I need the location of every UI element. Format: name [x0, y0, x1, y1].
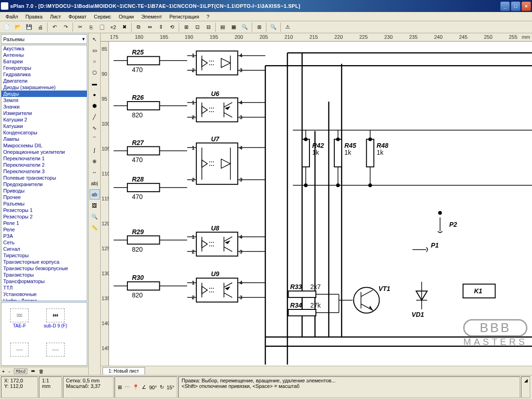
category-item[interactable]: Транзисторные корпуса	[1, 259, 87, 265]
pointer-icon[interactable]: ↖	[90, 34, 100, 44]
category-item[interactable]: Операционные усилители	[1, 149, 87, 155]
grid-icon[interactable]: ⊞	[254, 22, 264, 32]
paste-icon[interactable]: 📋	[97, 22, 107, 32]
category-item[interactable]: Конденсаторы	[1, 129, 87, 136]
layer-icon[interactable]: ▤	[218, 22, 228, 32]
zoom-icon[interactable]: 🔍	[268, 22, 278, 32]
align-icon[interactable]: ⊞	[181, 22, 191, 32]
category-item[interactable]: Переключатели 3	[1, 168, 87, 175]
category-item[interactable]: Лампы	[1, 136, 87, 142]
poly-icon[interactable]: ⬡	[90, 67, 100, 78]
mirror-h-icon[interactable]: ⇔	[145, 22, 155, 32]
category-item[interactable]: Реле 1	[1, 220, 87, 226]
category-item[interactable]: РЗА	[1, 233, 87, 239]
menu-sheet[interactable]: Лист	[46, 13, 65, 20]
zoom-tool-icon[interactable]: 🔍	[90, 212, 100, 222]
rect-icon[interactable]: ▭	[90, 45, 100, 55]
category-item[interactable]: Прочее	[1, 194, 87, 200]
rotate-icon[interactable]: ⟲	[167, 22, 177, 32]
group-icon[interactable]: ⊡	[192, 22, 202, 32]
category-list[interactable]: АкустикаАнтенныБатареиГенераторыГидравли…	[1, 45, 87, 301]
fillpoly-icon[interactable]: ⬢	[90, 101, 100, 111]
category-item[interactable]: Катушки	[1, 123, 87, 129]
menu-register[interactable]: Регистрация	[166, 13, 203, 20]
fillcircle-icon[interactable]: ●	[90, 90, 100, 100]
category-item[interactable]: Микросхемы DIL	[1, 142, 87, 149]
category-item[interactable]: Антенны	[1, 52, 87, 58]
find-icon[interactable]: 🔍	[240, 22, 250, 32]
minus-icon[interactable]: -	[8, 369, 10, 374]
ungroup-icon[interactable]: ⊟	[203, 22, 213, 32]
circle-icon[interactable]: ○	[90, 56, 100, 66]
line-icon[interactable]: ╱	[90, 112, 100, 122]
image-icon[interactable]: 🖼	[90, 200, 100, 211]
menu-service[interactable]: Сервис	[90, 13, 115, 20]
arc-icon[interactable]: ⌒	[90, 134, 100, 144]
pin-icon[interactable]: 📍	[133, 384, 139, 390]
help-icon[interactable]: ⚠	[283, 22, 293, 32]
category-item[interactable]: Предохранители	[1, 181, 87, 187]
category-item[interactable]: Гидравлика	[1, 71, 87, 78]
redo-icon[interactable]: ↷	[60, 22, 71, 32]
category-item[interactable]: Реле	[1, 226, 87, 233]
menu-edit[interactable]: Правка	[22, 13, 46, 20]
category-item[interactable]: Установочные	[1, 291, 87, 297]
minimize-button[interactable]: _	[500, 1, 510, 11]
category-item[interactable]: Тиристоры	[1, 252, 87, 259]
print-icon[interactable]: 🖨	[35, 22, 45, 32]
category-item[interactable]: Цифр.: Логика	[1, 297, 87, 301]
measure-icon[interactable]: 📏	[90, 223, 100, 233]
preview-item[interactable]: ○○○	[3, 336, 36, 363]
snap-icon[interactable]: ⋯	[125, 384, 130, 390]
category-item[interactable]: Переключатели 2	[1, 162, 87, 168]
category-item[interactable]: Транзисторы	[1, 272, 87, 278]
fillrect-icon[interactable]: ▬	[90, 79, 100, 89]
mirror-v-icon[interactable]: ⇕	[156, 22, 166, 32]
menu-file[interactable]: Файл	[2, 13, 22, 20]
category-item[interactable]: Сеть	[1, 239, 87, 246]
dim-icon[interactable]: ↔	[90, 167, 100, 177]
category-item[interactable]: Сигнал	[1, 246, 87, 252]
category-item[interactable]: Переключатели 1	[1, 155, 87, 162]
category-item[interactable]: Разъемы	[1, 200, 87, 207]
delete-icon[interactable]: ✖	[119, 22, 129, 32]
undo-icon[interactable]: ↶	[49, 22, 60, 32]
open-icon[interactable]: 📂	[13, 22, 23, 32]
category-item[interactable]: Резисторы 1	[1, 207, 87, 213]
maximize-button[interactable]: □	[511, 1, 520, 11]
preview-item[interactable]: ◗◗◗ sub-D 9 (F)	[39, 304, 72, 332]
preview-item[interactable]: ○○○	[39, 336, 72, 363]
category-item[interactable]: Батареи	[1, 58, 87, 65]
category-item[interactable]: Резисторы 2	[1, 213, 87, 220]
menu-format[interactable]: Формат	[65, 13, 90, 20]
menu-options[interactable]: Опции	[115, 13, 138, 20]
category-item[interactable]: Трансформаторы	[1, 278, 87, 284]
category-item[interactable]: Значки	[1, 103, 87, 110]
text-icon[interactable]: ab|	[90, 178, 100, 188]
dup-icon[interactable]: ⧉	[133, 22, 144, 32]
menu-element[interactable]: Элемент	[138, 13, 166, 20]
new-icon[interactable]: 📄	[2, 22, 12, 32]
sheet-tab[interactable]: 1: Новый лист	[103, 367, 145, 375]
textbox-icon[interactable]: ab	[90, 189, 100, 200]
trash-icon[interactable]: 🗑	[39, 369, 44, 374]
node-icon[interactable]: ⊕	[90, 156, 100, 166]
category-item[interactable]: Измерители	[1, 110, 87, 116]
bezier-icon[interactable]: ∿	[90, 123, 100, 133]
library-dropdown[interactable]: Разъемы ▾	[1, 34, 87, 44]
category-item[interactable]: Акустика	[1, 45, 87, 52]
copy-icon[interactable]: ⎘	[86, 22, 96, 32]
category-item[interactable]: Катушки 2	[1, 116, 87, 123]
category-item[interactable]: Генераторы	[1, 65, 87, 71]
category-item[interactable]: Двигатели	[1, 78, 87, 84]
rbcd-label[interactable]: Rbcd	[14, 369, 27, 374]
category-item[interactable]: Транзисторы безкорпусные	[1, 265, 87, 272]
status-resize[interactable]: ◢	[521, 376, 530, 398]
category-item[interactable]: Приводы	[1, 187, 87, 194]
category-item[interactable]: ТТЛ	[1, 284, 87, 291]
paste2-icon[interactable]: ×2	[108, 22, 118, 32]
curve-icon[interactable]: ∫	[90, 145, 100, 155]
category-item[interactable]: Диоды	[1, 91, 87, 97]
form-icon[interactable]: ▦	[229, 22, 239, 32]
export-icon[interactable]: ⬌	[31, 368, 35, 374]
